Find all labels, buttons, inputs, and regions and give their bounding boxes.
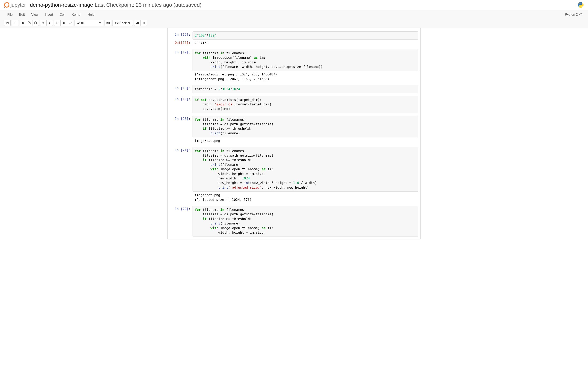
code-input[interactable]: for filename in filenames: with Image.op… xyxy=(192,49,418,71)
kernel-indicator: | Python 2 xyxy=(562,13,584,17)
scissors-icon xyxy=(21,21,25,25)
python-logo-icon xyxy=(577,2,584,8)
svg-point-3 xyxy=(22,23,22,24)
code-input[interactable]: 2*1024*1024 xyxy=(192,31,418,40)
content-wrap: In [16]:2*1024*1024Out[16]:2097152In [17… xyxy=(0,28,588,247)
chart-button-2[interactable] xyxy=(140,20,147,26)
input-prompt: In [18]: xyxy=(170,85,192,91)
code-cell[interactable]: In [19]:if not os.path.exists(target_dir… xyxy=(170,96,418,113)
kernel-status-icon xyxy=(579,13,582,16)
svg-rect-25 xyxy=(144,22,145,24)
copy-button[interactable] xyxy=(26,20,33,26)
kernel-indicator-separator: | xyxy=(562,13,562,16)
menu-file[interactable]: File xyxy=(4,11,16,18)
run-control-group xyxy=(54,20,73,26)
arrow-down-icon xyxy=(48,21,51,24)
cell-toolbar-button[interactable]: CellToolbar xyxy=(112,20,133,26)
jupyter-logo-text: jupyter xyxy=(11,2,26,8)
svg-rect-22 xyxy=(138,22,139,24)
menu-kernel[interactable]: Kernel xyxy=(68,11,84,18)
stop-icon xyxy=(62,22,65,24)
input-prompt: In [19]: xyxy=(170,96,192,102)
cell-output: image/cat.png ('adjusted size:', 1024, 5… xyxy=(192,192,418,203)
svg-rect-21 xyxy=(137,22,138,24)
svg-marker-11 xyxy=(57,22,58,24)
code-input[interactable]: for filename in filenames: filesize = os… xyxy=(192,116,418,138)
cell-output: image/cat.png xyxy=(192,137,418,144)
menu-cell[interactable]: Cell xyxy=(56,11,69,18)
step-forward-icon xyxy=(56,21,59,24)
menu-view[interactable]: View xyxy=(28,11,42,18)
code-cell[interactable]: In [20]:for filename in filenames: files… xyxy=(170,116,418,145)
code-input[interactable]: for filename in filenames: filesize = os… xyxy=(192,206,418,237)
svg-line-5 xyxy=(23,23,24,24)
svg-rect-8 xyxy=(35,22,36,22)
save-button[interactable] xyxy=(4,20,11,26)
code-input[interactable]: for filename in filenames: filesize = os… xyxy=(192,147,418,192)
interrupt-button[interactable] xyxy=(61,20,67,26)
kernel-name[interactable]: Python 2 xyxy=(565,13,578,17)
code-input[interactable]: threshold = 2*1024*1024 xyxy=(192,85,418,93)
code-input[interactable]: if not os.path.exists(target_dir): cmd =… xyxy=(192,96,418,113)
code-cell[interactable]: In [17]:for filename in filenames: with … xyxy=(170,49,418,83)
input-prompt: In [21]: xyxy=(170,147,192,153)
notebook-container: In [16]:2*1024*1024Out[16]:2097152In [17… xyxy=(167,28,421,239)
chart-group xyxy=(134,20,147,26)
menu-help[interactable]: Help xyxy=(85,11,98,18)
code-cell[interactable]: In [21]:for filename in filenames: files… xyxy=(170,147,418,203)
bar-chart-icon xyxy=(136,21,139,25)
output-prompt xyxy=(170,137,192,140)
cell-output: 2097152 xyxy=(192,40,418,47)
svg-rect-14 xyxy=(106,22,109,24)
input-prompt: In [17]: xyxy=(170,49,192,55)
toolbar: CodeMarkdownRaw NBConvertHeading CellToo… xyxy=(0,18,588,28)
bar-chart-icon xyxy=(142,21,145,25)
save-icon xyxy=(6,21,9,25)
arrow-up-icon xyxy=(42,21,45,24)
jupyter-logo-icon xyxy=(4,2,9,8)
menubar-toolbar-wrap: FileEditViewInsertCellKernelHelp | Pytho… xyxy=(0,10,588,28)
insert-cell-button[interactable] xyxy=(12,20,18,26)
code-cell[interactable]: In [16]:2*1024*1024Out[16]:2097152 xyxy=(170,31,418,47)
svg-rect-24 xyxy=(144,22,144,24)
cut-button[interactable] xyxy=(20,20,26,26)
svg-rect-7 xyxy=(29,22,30,24)
keyboard-icon xyxy=(106,22,110,24)
command-palette-button[interactable] xyxy=(104,20,111,26)
chart-button-1[interactable] xyxy=(134,20,141,26)
input-prompt: In [22]: xyxy=(170,206,192,212)
menu-insert[interactable]: Insert xyxy=(42,11,56,18)
copy-icon xyxy=(28,21,31,24)
menu-edit[interactable]: Edit xyxy=(16,11,28,18)
output-prompt xyxy=(170,71,192,73)
notebook-header: jupyter demo-python-resize-image Last Ch… xyxy=(0,0,588,10)
move-cell-group xyxy=(40,20,53,26)
restart-button[interactable] xyxy=(67,20,73,26)
cut-copy-paste-group xyxy=(20,20,39,26)
code-cell[interactable]: In [18]:threshold = 2*1024*1024 xyxy=(170,85,418,93)
jupyter-logo[interactable]: jupyter xyxy=(4,2,26,8)
svg-rect-13 xyxy=(63,22,65,24)
output-prompt: Out[16]: xyxy=(170,40,192,46)
cell-type-select[interactable]: CodeMarkdownRaw NBConvertHeading xyxy=(75,20,103,26)
svg-rect-23 xyxy=(143,23,143,24)
move-up-button[interactable] xyxy=(40,20,47,26)
input-prompt: In [16]: xyxy=(170,31,192,38)
menubar: FileEditViewInsertCellKernelHelp | Pytho… xyxy=(0,10,588,18)
paste-button[interactable] xyxy=(32,20,39,26)
run-button[interactable] xyxy=(54,20,61,26)
refresh-icon xyxy=(69,21,71,24)
code-cell[interactable]: In [22]:for filename in filenames: files… xyxy=(170,206,418,237)
plus-icon xyxy=(14,21,17,24)
svg-line-6 xyxy=(22,22,23,23)
svg-rect-20 xyxy=(136,23,137,24)
clipboard-icon xyxy=(34,21,37,24)
notebook-title[interactable]: demo-python-resize-image xyxy=(30,2,93,8)
output-prompt xyxy=(170,192,192,194)
svg-point-2 xyxy=(22,22,22,22)
move-down-button[interactable] xyxy=(46,20,53,26)
input-prompt: In [20]: xyxy=(170,116,192,122)
checkpoint-status: Last Checkpoint: 23 minutes ago (autosav… xyxy=(95,2,201,8)
cell-output: ('image/squirrel.png', 1024, 768, 146648… xyxy=(192,71,418,83)
